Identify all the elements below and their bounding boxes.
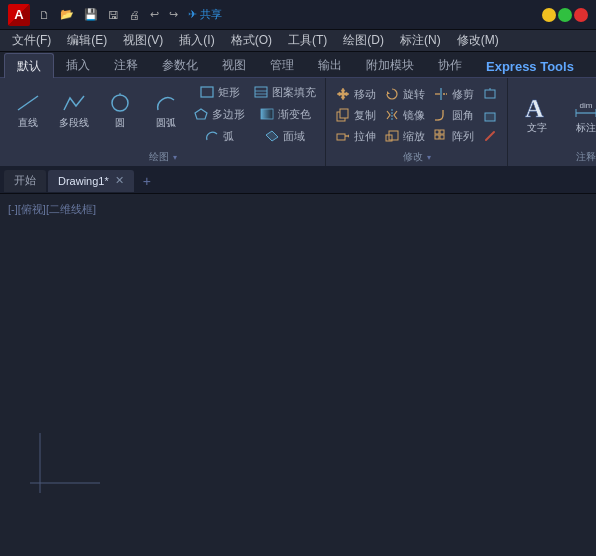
mirror-icon — [384, 107, 400, 123]
menu-edit[interactable]: 编辑(E) — [59, 30, 115, 51]
ribbon-tabs: 默认 插入 注释 参数化 视图 管理 输出 附加模块 协作 Express To… — [0, 52, 596, 78]
svg-marker-4 — [195, 109, 207, 119]
tab-output[interactable]: 输出 — [306, 53, 354, 77]
line-tool[interactable]: 直线 — [6, 82, 50, 138]
menu-file[interactable]: 文件(F) — [4, 30, 59, 51]
rect-icon — [199, 84, 215, 100]
redo-btn[interactable]: ↪ — [166, 6, 181, 23]
svg-rect-8 — [261, 109, 273, 119]
menu-draw[interactable]: 绘图(D) — [335, 30, 392, 51]
move-tool[interactable]: 移动 — [332, 84, 379, 104]
new-file-btn[interactable]: 🗋 — [36, 7, 53, 23]
tab-express[interactable]: Express Tools — [474, 55, 586, 77]
region-tool[interactable]: 面域 — [261, 126, 308, 146]
polygon-tool[interactable]: 多边形 — [190, 104, 248, 124]
save-btn[interactable]: 💾 — [81, 6, 101, 23]
erase-icon — [482, 128, 498, 144]
doc-tabs: 开始 Drawing1* ✕ + — [0, 168, 596, 194]
menu-tools[interactable]: 工具(T) — [280, 30, 335, 51]
minimize-btn[interactable] — [542, 8, 556, 22]
array-icon — [433, 128, 449, 144]
arc2-tool[interactable]: 弧 — [201, 126, 237, 146]
open-file-btn[interactable]: 📂 — [57, 6, 77, 23]
modify-group-arrow[interactable]: ▾ — [427, 153, 431, 162]
svg-rect-26 — [435, 130, 439, 134]
window-controls — [542, 8, 588, 22]
share-btn[interactable]: ✈ 共享 — [185, 5, 225, 24]
tab-annotate[interactable]: 注释 — [102, 53, 150, 77]
extend-tool[interactable] — [479, 84, 501, 104]
mirror-tool[interactable]: 镜像 — [381, 105, 428, 125]
arc-tool[interactable]: 圆弧 — [144, 82, 188, 138]
menu-format[interactable]: 格式(O) — [223, 30, 280, 51]
gradient-tool[interactable]: 渐变色 — [256, 104, 314, 124]
svg-rect-5 — [255, 87, 267, 97]
gradient-icon — [259, 106, 275, 122]
tab-parametric[interactable]: 参数化 — [150, 53, 210, 77]
svg-rect-13 — [485, 90, 495, 98]
annotation-group-content: A 文字 dim 标注 — [514, 82, 596, 148]
quick-access-toolbar: 🗋 📂 💾 🖫 🖨 ↩ ↪ ✈ 共享 — [36, 5, 542, 24]
array-tool[interactable]: 阵列 — [430, 126, 477, 146]
rect-tool[interactable]: 矩形 — [196, 82, 243, 102]
copy-tool[interactable]: 复制 — [332, 105, 379, 125]
text-tool[interactable]: A 文字 — [514, 84, 560, 146]
trim-tool[interactable]: 修剪 — [430, 84, 477, 104]
fillet-icon — [433, 107, 449, 123]
copy-icon — [335, 107, 351, 123]
line-icon — [16, 91, 40, 115]
svg-text:dim: dim — [580, 101, 593, 110]
circle-tool[interactable]: 圆 — [98, 82, 142, 138]
print-btn[interactable]: 🖨 — [126, 7, 143, 23]
draw-group-content: 直线 多段线 圆 — [6, 82, 319, 148]
svg-marker-9 — [387, 91, 390, 94]
stretch-tool[interactable]: 拉伸 — [332, 126, 379, 146]
save-as-btn[interactable]: 🖫 — [105, 7, 122, 23]
tab-insert[interactable]: 插入 — [54, 53, 102, 77]
menu-insert[interactable]: 插入(I) — [171, 30, 222, 51]
tab-view[interactable]: 视图 — [210, 53, 258, 77]
tab-collaborate[interactable]: 协作 — [426, 53, 474, 77]
erase-tool[interactable] — [479, 126, 501, 146]
canvas-drawing — [30, 433, 110, 496]
draw-tools-large: 直线 多段线 圆 — [6, 82, 188, 138]
close-drawing-btn[interactable]: ✕ — [115, 174, 124, 187]
undo-btn[interactable]: ↩ — [147, 6, 162, 23]
annotation-group-label: 注释 ▾ — [514, 148, 596, 166]
tab-default[interactable]: 默认 — [4, 53, 54, 78]
fillet-tool[interactable]: 圆角 — [430, 105, 477, 125]
tab-featured[interactable]: 精选应用 — [586, 53, 596, 77]
menu-view[interactable]: 视图(V) — [115, 30, 171, 51]
hatch-icon — [253, 84, 269, 100]
modify-group-content: 移动 旋转 修剪 — [332, 82, 501, 148]
svg-rect-20 — [485, 113, 495, 121]
scale-tool[interactable]: 缩放 — [381, 126, 428, 146]
canvas-area[interactable]: [-][俯视][二维线框] — [0, 194, 596, 556]
draw-group: 直线 多段线 圆 — [0, 78, 326, 166]
dimension-tool[interactable]: dim 标注 — [564, 84, 596, 146]
tab-addon[interactable]: 附加模块 — [354, 53, 426, 77]
menu-dimension[interactable]: 标注(N) — [392, 30, 449, 51]
svg-rect-29 — [440, 135, 444, 139]
menu-bar: 文件(F) 编辑(E) 视图(V) 插入(I) 格式(O) 工具(T) 绘图(D… — [0, 30, 596, 52]
close-btn[interactable] — [574, 8, 588, 22]
svg-point-1 — [112, 95, 128, 111]
rotate-tool[interactable]: 旋转 — [381, 84, 428, 104]
hatch-tool[interactable]: 图案填充 — [250, 82, 319, 102]
tab-drawing1[interactable]: Drawing1* ✕ — [48, 170, 134, 192]
canvas-view-label: [-][俯视][二维线框] — [8, 202, 96, 217]
chamfer-icon — [482, 107, 498, 123]
ribbon-panel: 直线 多段线 圆 — [0, 78, 596, 168]
trim-icon — [433, 86, 449, 102]
svg-marker-23 — [348, 134, 349, 138]
menu-modify[interactable]: 修改(M) — [449, 30, 507, 51]
extend-icon — [482, 86, 498, 102]
polyline-tool[interactable]: 多段线 — [52, 82, 96, 138]
draw-group-arrow[interactable]: ▾ — [173, 153, 177, 162]
new-tab-btn[interactable]: + — [136, 170, 158, 192]
tab-manage[interactable]: 管理 — [258, 53, 306, 77]
maximize-btn[interactable] — [558, 8, 572, 22]
tab-start[interactable]: 开始 — [4, 170, 46, 192]
chamfer-tool[interactable] — [479, 105, 501, 125]
dimension-icon: dim — [574, 96, 596, 120]
